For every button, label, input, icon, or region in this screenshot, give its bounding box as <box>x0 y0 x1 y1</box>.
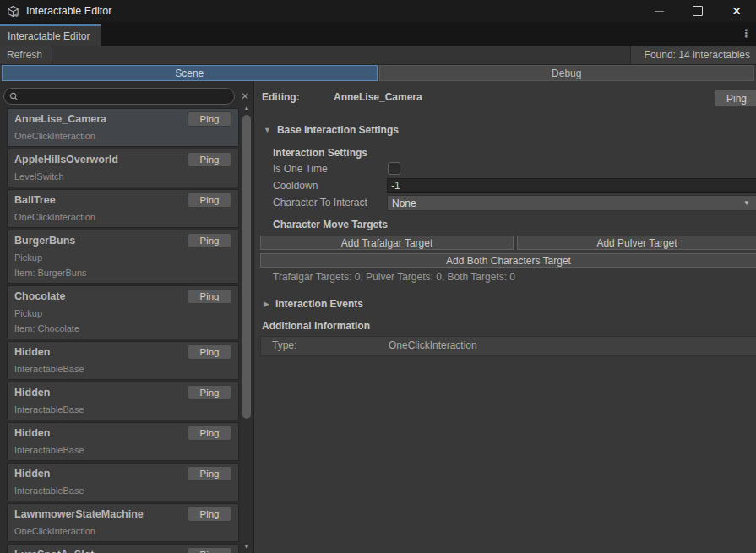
found-count: Found: 14 interactables <box>630 46 756 64</box>
ping-button[interactable]: Ping <box>188 152 231 167</box>
character-move-targets-header: Character Move Targets <box>273 219 388 230</box>
cooldown-field[interactable]: -1 <box>387 178 756 193</box>
item-type: InteractableBase <box>14 445 231 456</box>
type-label: Type: <box>272 339 296 351</box>
interaction-settings-header: Interaction Settings <box>273 147 367 159</box>
scroll-down-icon[interactable]: ▼ <box>241 544 253 550</box>
app-cube-icon <box>7 5 19 18</box>
foldout-open-icon: ▼ <box>264 126 271 134</box>
ping-button[interactable]: Ping <box>188 289 231 304</box>
list-item[interactable]: AppleHillsOverworldPingLevelSwitch <box>7 149 239 187</box>
item-type: InteractableBase <box>14 404 231 415</box>
item-name: AnneLise_Camera <box>14 113 106 125</box>
item-name: Hidden <box>14 346 50 358</box>
item-name: LureSpotA_Slot <box>14 549 94 553</box>
ping-button[interactable]: Ping <box>188 192 231 208</box>
search-icon <box>9 92 19 101</box>
scrollbar-thumb[interactable] <box>242 115 251 419</box>
tab-interactable-editor[interactable]: Interactable Editor <box>0 24 101 46</box>
is-one-time-label: Is One Time <box>273 163 328 175</box>
ping-button[interactable]: Ping <box>188 111 231 127</box>
additional-information-header: Additional Information <box>262 320 370 332</box>
list-item[interactable]: ChocolatePingPickupItem: Chocolate <box>7 285 239 339</box>
item-type: OneClickInteraction <box>14 131 231 142</box>
ping-button[interactable]: Ping <box>188 426 231 441</box>
list-item[interactable]: BurgerBunsPingPickupItem: BurgerBuns <box>7 230 239 284</box>
ping-button[interactable]: Ping <box>188 233 231 248</box>
interactable-list: AnneLise_CameraPingOneClickInteractionAp… <box>7 108 239 553</box>
item-extra: Item: Chocolate <box>14 323 231 334</box>
item-type: Pickup <box>14 308 231 319</box>
item-name: Hidden <box>14 387 50 398</box>
item-name: Hidden <box>14 468 50 480</box>
ping-button[interactable]: Ping <box>188 344 231 360</box>
tab-debug[interactable]: Debug <box>379 65 755 81</box>
foldout-label: Base Interaction Settings <box>277 124 399 136</box>
close-button[interactable]: ✕ <box>717 0 756 22</box>
item-type: OneClickInteraction <box>14 526 231 537</box>
add-both-characters-target-button[interactable]: Add Both Characters Target <box>260 253 756 268</box>
editing-panel: Editing: AnneLise_Camera Ping ▼ Base Int… <box>254 81 756 553</box>
editing-target-name: AnneLise_Camera <box>334 91 422 103</box>
scene-list-panel: ✕ AnneLise_CameraPingOneClickInteraction… <box>0 81 254 553</box>
list-item[interactable]: LawnmowerStateMachinePingOneClickInterac… <box>7 503 239 542</box>
foldout-closed-icon: ▶ <box>264 300 269 308</box>
item-name: BallTree <box>14 194 56 206</box>
minimize-button[interactable] <box>639 0 678 22</box>
base-interaction-settings-foldout[interactable]: ▼ Base Interaction Settings <box>264 124 399 136</box>
scroll-up-icon[interactable]: ▲ <box>241 105 253 111</box>
maximize-icon <box>693 6 703 16</box>
add-trafalgar-target-button[interactable]: Add Trafalgar Target <box>260 236 514 250</box>
search-input[interactable] <box>22 90 229 102</box>
list-item[interactable]: HiddenPingInteractableBase <box>7 422 239 461</box>
ping-button[interactable]: Ping <box>188 466 231 481</box>
dropdown-value: None <box>392 198 416 209</box>
type-info-box <box>260 336 756 356</box>
item-name: AppleHillsOverworld <box>14 154 118 165</box>
add-pulver-target-button[interactable]: Add Pulver Target <box>517 236 756 250</box>
cooldown-label: Cooldown <box>273 180 318 192</box>
item-type: InteractableBase <box>14 364 231 375</box>
interaction-events-foldout[interactable]: ▶ Interaction Events <box>264 298 363 310</box>
item-type: OneClickInteraction <box>14 212 231 223</box>
item-type: LevelSwitch <box>14 171 231 182</box>
search-box[interactable] <box>3 88 235 105</box>
ping-button[interactable]: Ping <box>188 547 231 553</box>
type-value: OneClickInteraction <box>389 339 477 351</box>
list-item[interactable]: BallTreePingOneClickInteraction <box>7 189 239 228</box>
ping-button[interactable]: Ping <box>188 507 231 522</box>
item-name: LawnmowerStateMachine <box>14 508 144 520</box>
list-item[interactable]: AnneLise_CameraPingOneClickInteraction <box>7 108 239 147</box>
kebab-menu-icon[interactable]: ⋮ <box>741 28 752 40</box>
character-to-interact-label: Character To Interact <box>273 197 367 209</box>
maximize-button[interactable] <box>678 0 717 22</box>
item-type: Pickup <box>14 252 231 263</box>
editing-label: Editing: <box>262 91 300 103</box>
item-name: Hidden <box>14 427 50 439</box>
toolbar: Refresh Found: 14 interactables <box>0 46 756 65</box>
character-to-interact-dropdown[interactable]: None ▼ <box>387 195 756 211</box>
list-item[interactable]: LureSpotA_SlotPing <box>7 544 239 553</box>
doc-tab-label: Interactable Editor <box>8 30 90 42</box>
tab-scene[interactable]: Scene <box>2 65 378 81</box>
interactable-editor-window: Interactable Editor ✕ Interactable Edito… <box>0 0 756 553</box>
item-name: Chocolate <box>14 290 65 302</box>
editing-ping-button[interactable]: Ping <box>714 89 756 107</box>
minimize-icon <box>655 11 664 12</box>
window-title: Interactable Editor <box>26 5 111 17</box>
foldout-label: Interaction Events <box>275 298 363 310</box>
list-item[interactable]: HiddenPingInteractableBase <box>7 341 239 380</box>
item-extra: Item: BurgerBuns <box>14 268 231 279</box>
ping-button[interactable]: Ping <box>188 385 231 400</box>
chevron-down-icon: ▼ <box>743 199 750 207</box>
is-one-time-checkbox[interactable] <box>388 162 400 175</box>
targets-summary: Trafalgar Targets: 0, Pulver Targets: 0,… <box>273 271 515 283</box>
close-icon: ✕ <box>732 4 742 18</box>
item-type: InteractableBase <box>14 485 231 496</box>
list-item[interactable]: HiddenPingInteractableBase <box>7 463 239 501</box>
vertical-scrollbar[interactable]: ▲ ▼ <box>241 101 253 553</box>
title-bar: Interactable Editor ✕ <box>0 0 756 22</box>
list-item[interactable]: HiddenPingInteractableBase <box>7 382 239 420</box>
mode-tab-bar: Scene Debug <box>0 65 756 81</box>
refresh-button[interactable]: Refresh <box>0 46 52 64</box>
